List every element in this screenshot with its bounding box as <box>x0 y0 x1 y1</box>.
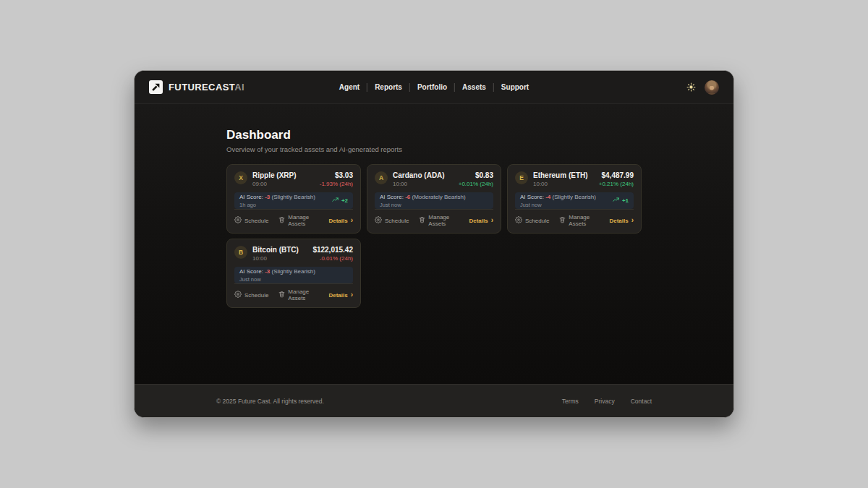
app-header: FUTURECASTAI AgentReportsPortfolioAssets… <box>135 71 733 104</box>
coin-price: $0.83 <box>459 171 493 179</box>
trash-icon <box>278 216 285 225</box>
user-avatar[interactable] <box>705 80 719 95</box>
gear-icon <box>515 216 522 225</box>
ai-score-panel: AI Score: -3 (Slightly Bearish)1h ago+2 <box>234 192 353 209</box>
chevron-right-icon: › <box>491 218 493 223</box>
ai-score-value: -3 <box>265 194 270 200</box>
card-header: BBitcoin (BTC)10:00$122,015.42-0.01% (24… <box>234 246 353 262</box>
schedule-button[interactable]: Schedule <box>515 216 549 225</box>
coin-time: 10:00 <box>252 255 299 262</box>
card-actions: ScheduleManage AssetsDetails› <box>515 209 634 227</box>
schedule-button[interactable]: Schedule <box>375 216 409 225</box>
coin-price: $4,487.99 <box>599 171 634 179</box>
score-updated: Just now <box>520 202 596 208</box>
trash-icon <box>419 216 425 225</box>
card-actions: ScheduleManage AssetsDetails› <box>375 209 493 227</box>
nav-separator <box>409 83 410 92</box>
header-right <box>686 80 719 95</box>
trend-value: +1 <box>622 197 629 204</box>
ai-score-line: AI Score: -4 (Slightly Bearish) <box>520 194 596 201</box>
details-button[interactable]: Details› <box>469 218 493 224</box>
coin-avatar: E <box>515 171 528 184</box>
asset-card-b: BBitcoin (BTC)10:00$122,015.42-0.01% (24… <box>226 239 361 308</box>
coin-avatar: X <box>234 171 247 184</box>
coin-change-24h: +0.21% (24h) <box>599 181 634 187</box>
ai-score-sentiment: (Slightly Bearish) <box>552 194 595 200</box>
app-footer: © 2025 Future Cast. All rights reserved.… <box>135 384 733 417</box>
coin-time: 10:00 <box>393 181 445 187</box>
details-button[interactable]: Details› <box>328 218 353 224</box>
asset-card-grid: XRipple (XRP)09:00$3.03-1.93% (24h)AI Sc… <box>226 164 642 308</box>
ai-score-line: AI Score: -3 (Slightly Bearish) <box>239 268 315 275</box>
coin-name: Bitcoin (BTC) <box>252 246 299 254</box>
coin-change-24h: -0.01% (24h) <box>312 255 353 262</box>
coin-name: Cardano (ADA) <box>393 171 445 179</box>
score-updated: Just now <box>380 202 466 208</box>
page-title: Dashboard <box>226 128 642 142</box>
ai-score-sentiment: (Slightly Bearish) <box>271 268 315 275</box>
brand-logo-arrow-icon <box>149 80 163 94</box>
card-actions: ScheduleManage AssetsDetails› <box>234 209 353 227</box>
manage-assets-button[interactable]: Manage Assets <box>419 214 459 227</box>
schedule-button[interactable]: Schedule <box>234 291 268 299</box>
coin-name: Ripple (XRP) <box>252 171 297 179</box>
footer-link-contact[interactable]: Contact <box>631 398 652 405</box>
ai-score-panel: AI Score: -4 (Slightly Bearish)Just now+… <box>515 192 634 209</box>
app-window: FUTURECASTAI AgentReportsPortfolioAssets… <box>134 70 734 418</box>
nav-item-reports[interactable]: Reports <box>375 83 402 91</box>
card-actions: ScheduleManage AssetsDetails› <box>234 283 353 301</box>
ai-score-line: AI Score: -3 (Slightly Bearish) <box>239 194 315 201</box>
gear-icon <box>375 216 382 225</box>
score-updated: Just now <box>239 276 315 283</box>
ai-score-sentiment: (Moderately Bearish) <box>412 194 465 200</box>
chevron-right-icon: › <box>351 218 353 223</box>
ai-score-value: -4 <box>545 194 550 200</box>
main-content: Dashboard Overview of your tracked asset… <box>135 104 733 384</box>
nav-item-support[interactable]: Support <box>501 83 529 91</box>
footer-link-privacy[interactable]: Privacy <box>595 398 615 405</box>
trend-value: +2 <box>341 197 348 204</box>
manage-assets-button[interactable]: Manage Assets <box>278 214 318 227</box>
main-nav: AgentReportsPortfolioAssetsSupport <box>339 83 529 92</box>
score-updated: 1h ago <box>239 202 315 208</box>
trending-up-icon <box>331 197 339 205</box>
coin-avatar: B <box>234 246 247 259</box>
details-button[interactable]: Details› <box>328 292 353 299</box>
nav-separator <box>493 83 494 92</box>
trash-icon <box>278 291 285 299</box>
coin-name: Ethereum (ETH) <box>533 171 588 179</box>
schedule-button[interactable]: Schedule <box>234 216 268 225</box>
nav-item-agent[interactable]: Agent <box>339 83 359 91</box>
ai-score-panel: AI Score: -6 (Moderately Bearish)Just no… <box>375 192 493 209</box>
theme-toggle-sun-icon[interactable] <box>686 82 696 92</box>
footer-link-terms[interactable]: Terms <box>562 398 579 405</box>
coin-price: $122,015.42 <box>312 246 353 254</box>
coin-change-24h: +0.01% (24h) <box>459 181 493 187</box>
brand[interactable]: FUTURECASTAI <box>149 80 244 94</box>
manage-assets-button[interactable]: Manage Assets <box>559 214 599 227</box>
ai-score-value: -6 <box>405 194 410 200</box>
nav-item-assets[interactable]: Assets <box>462 83 486 91</box>
ai-score-panel: AI Score: -3 (Slightly Bearish)Just now <box>234 267 353 283</box>
coin-time: 10:00 <box>533 181 588 187</box>
trending-up-icon <box>612 197 620 205</box>
coin-time: 09:00 <box>252 181 297 187</box>
asset-card-a: ACardano (ADA)10:00$0.83+0.01% (24h)AI S… <box>367 164 501 234</box>
footer-links: TermsPrivacyContact <box>562 398 652 405</box>
trash-icon <box>559 216 566 225</box>
brand-name: FUTURECASTAI <box>169 82 244 93</box>
coin-avatar: A <box>375 171 388 184</box>
details-button[interactable]: Details› <box>609 218 634 224</box>
chevron-right-icon: › <box>631 218 634 223</box>
ai-score-sentiment: (Slightly Bearish) <box>271 194 315 200</box>
card-header: EEthereum (ETH)10:00$4,487.99+0.21% (24h… <box>515 171 634 187</box>
coin-price: $3.03 <box>320 171 353 179</box>
manage-assets-button[interactable]: Manage Assets <box>278 288 318 301</box>
page-subtitle: Overview of your tracked assets and AI-g… <box>226 145 642 153</box>
ai-score-line: AI Score: -6 (Moderately Bearish) <box>380 194 466 201</box>
asset-card-e: EEthereum (ETH)10:00$4,487.99+0.21% (24h… <box>507 164 642 234</box>
score-trend-badge: +2 <box>331 197 348 205</box>
nav-separator <box>454 83 455 92</box>
nav-item-portfolio[interactable]: Portfolio <box>417 83 447 91</box>
ai-score-value: -3 <box>265 268 270 275</box>
